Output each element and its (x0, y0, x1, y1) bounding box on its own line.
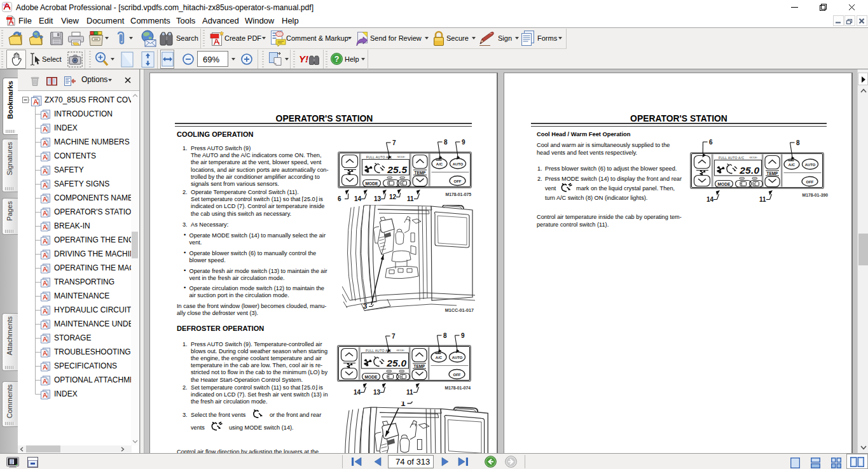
svg-text:6: 6 (338, 195, 341, 202)
svg-text:OFF: OFF (454, 179, 462, 183)
svg-text:14: 14 (706, 196, 714, 203)
svg-text:25.0: 25.0 (739, 165, 759, 176)
svg-text:AUTO: AUTO (452, 356, 463, 360)
svg-text:TEMP: TEMP (767, 171, 778, 176)
svg-text:?: ? (334, 55, 340, 64)
svg-text:AUTO: AUTO (453, 162, 464, 166)
svg-text:3: 3 (363, 302, 367, 310)
svg-text:‹MODE›: ‹MODE› (396, 349, 405, 352)
svg-text:11: 11 (406, 389, 413, 396)
svg-text:A/C: A/C (436, 162, 443, 166)
svg-text:M178-01-390: M178-01-390 (803, 193, 829, 197)
svg-text:13: 13 (374, 195, 382, 202)
svg-text:7: 7 (392, 139, 396, 146)
svg-text:9: 9 (461, 332, 465, 339)
svg-text:14: 14 (354, 195, 362, 202)
svg-text:14: 14 (354, 389, 361, 396)
svg-text:13: 13 (373, 389, 381, 396)
svg-text:OFF: OFF (453, 373, 461, 377)
svg-text:FULL AUTO A/C: FULL AUTO A/C (719, 156, 744, 160)
svg-text:Y!: Y! (299, 53, 308, 64)
svg-text:9: 9 (462, 139, 465, 146)
svg-text:8: 8 (443, 332, 447, 339)
svg-text:OFF: OFF (806, 180, 814, 184)
svg-text:‹MODE›: ‹MODE› (749, 157, 758, 159)
svg-text:1: 1 (401, 402, 405, 408)
svg-text:8: 8 (444, 139, 448, 146)
svg-text:7: 7 (392, 333, 396, 340)
svg-text:25.5: 25.5 (387, 164, 407, 175)
svg-text:TEMP: TEMP (415, 171, 426, 175)
svg-text:11: 11 (407, 195, 414, 202)
svg-text:TEMP: TEMP (414, 364, 425, 368)
svg-text:8: 8 (796, 139, 800, 146)
svg-text:AUTO: AUTO (805, 163, 816, 167)
svg-text:MODE: MODE (366, 181, 378, 186)
svg-text:25.0: 25.0 (386, 358, 406, 368)
svg-text:A/C: A/C (436, 356, 443, 360)
svg-text:‹MODE›: ‹MODE› (397, 156, 406, 158)
svg-text:11: 11 (759, 196, 766, 203)
svg-text:M178-01-075: M178-01-075 (446, 192, 472, 197)
svg-text:MODE: MODE (718, 182, 731, 186)
svg-text:M178-01-074: M178-01-074 (445, 386, 471, 390)
svg-text:M1CC-01-017: M1CC-01-017 (445, 307, 474, 313)
svg-text:12: 12 (389, 193, 397, 200)
svg-text:MODE: MODE (365, 375, 378, 379)
svg-text:6: 6 (709, 139, 713, 146)
svg-text:A/C: A/C (789, 163, 796, 167)
